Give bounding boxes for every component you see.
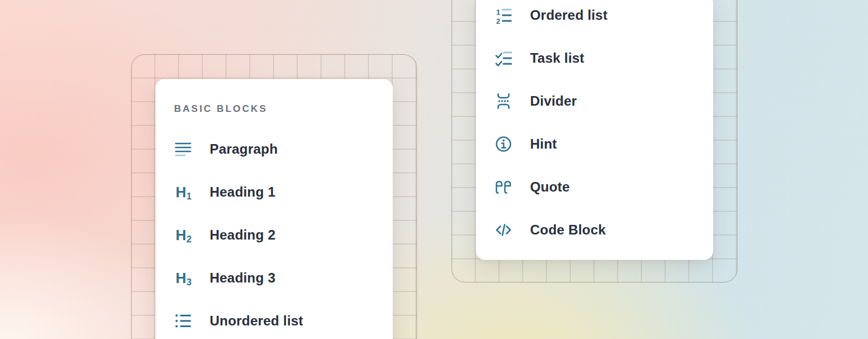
heading-3-icon: H3 — [174, 269, 192, 287]
menu-item-divider[interactable]: Divider — [476, 80, 713, 123]
menu-item-label: Heading 3 — [210, 270, 276, 286]
menu-item-heading-2[interactable]: H2Heading 2 — [155, 214, 393, 257]
menu-item-heading-1[interactable]: H1Heading 1 — [155, 171, 393, 214]
menu-item-task-list[interactable]: Task list — [476, 37, 713, 80]
menu-item-heading-3[interactable]: H3Heading 3 — [155, 257, 393, 299]
menu-item-label: Heading 2 — [210, 227, 276, 243]
task-list-icon — [494, 49, 513, 67]
heading-2-icon: H2 — [174, 226, 192, 244]
unordered-list-icon — [174, 312, 192, 330]
code-block-icon — [494, 221, 513, 239]
menu-item-code-block[interactable]: Code Block — [476, 208, 713, 251]
background-gradient: BASIC BLOCKS ParagraphH1Heading 1H2Headi… — [0, 0, 868, 339]
menu-item-label: Heading 1 — [210, 184, 276, 200]
menu-item-label: Paragraph — [210, 141, 278, 157]
menu-item-hint[interactable]: Hint — [476, 123, 713, 166]
more-blocks-menu-list: 12Ordered listTask listDividerHintQuoteC… — [476, 0, 713, 251]
basic-blocks-menu-list: ParagraphH1Heading 1H2Heading 2H3Heading… — [155, 128, 393, 339]
menu-item-label: Quote — [530, 179, 570, 195]
menu-item-label: Code Block — [530, 222, 606, 238]
ordered-list-icon: 12 — [494, 6, 513, 24]
menu-item-label: Ordered list — [530, 7, 607, 23]
menu-item-unordered-list[interactable]: Unordered list — [155, 299, 393, 339]
menu-item-quote[interactable]: Quote — [476, 166, 713, 208]
divider-icon — [494, 92, 513, 110]
menu-item-label: Task list — [530, 50, 584, 66]
menu-item-label: Divider — [530, 93, 577, 109]
basic-blocks-header: BASIC BLOCKS — [174, 104, 374, 114]
menu-item-label: Unordered list — [210, 313, 303, 329]
quote-icon — [494, 178, 513, 196]
basic-blocks-menu-card: BASIC BLOCKS ParagraphH1Heading 1H2Headi… — [155, 79, 393, 339]
svg-text:1: 1 — [496, 8, 500, 16]
menu-item-paragraph[interactable]: Paragraph — [155, 128, 393, 171]
svg-text:2: 2 — [496, 17, 500, 25]
paragraph-icon — [174, 140, 192, 158]
menu-item-ordered-list[interactable]: 12Ordered list — [476, 0, 713, 37]
menu-item-label: Hint — [530, 136, 557, 152]
more-blocks-menu-card: 12Ordered listTask listDividerHintQuoteC… — [476, 0, 713, 260]
hint-icon — [494, 135, 513, 153]
heading-1-icon: H1 — [174, 183, 192, 201]
